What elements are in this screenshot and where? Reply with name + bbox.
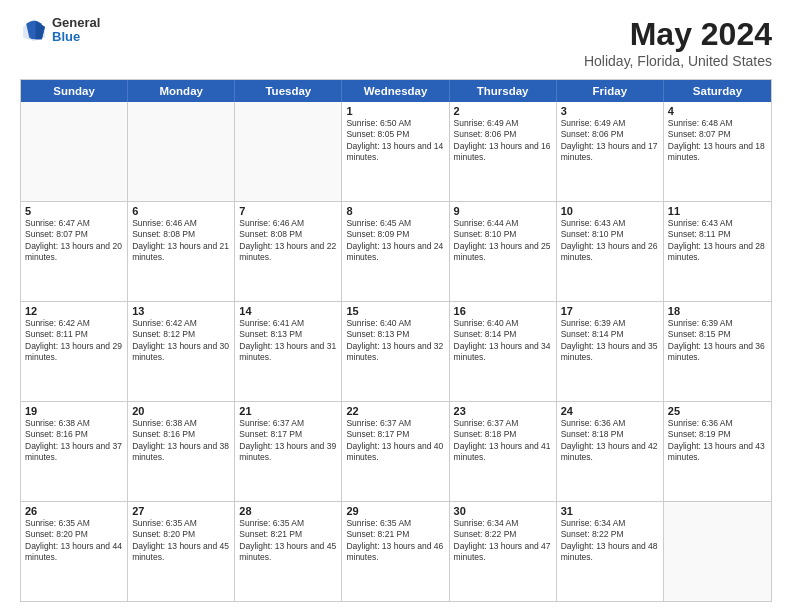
calendar-day-10: 10Sunrise: 6:43 AM Sunset: 8:10 PM Dayli… — [557, 202, 664, 301]
header-day-saturday: Saturday — [664, 80, 771, 102]
day-number: 31 — [561, 505, 659, 517]
header-day-thursday: Thursday — [450, 80, 557, 102]
calendar-day-18: 18Sunrise: 6:39 AM Sunset: 8:15 PM Dayli… — [664, 302, 771, 401]
day-info: Sunrise: 6:43 AM Sunset: 8:10 PM Dayligh… — [561, 218, 659, 264]
day-number: 1 — [346, 105, 444, 117]
day-info: Sunrise: 6:46 AM Sunset: 8:08 PM Dayligh… — [132, 218, 230, 264]
calendar-day-20: 20Sunrise: 6:38 AM Sunset: 8:16 PM Dayli… — [128, 402, 235, 501]
header-day-tuesday: Tuesday — [235, 80, 342, 102]
logo-icon — [20, 16, 48, 44]
calendar-day-4: 4Sunrise: 6:48 AM Sunset: 8:07 PM Daylig… — [664, 102, 771, 201]
page-subtitle: Holiday, Florida, United States — [584, 53, 772, 69]
logo-text: General Blue — [52, 16, 100, 45]
day-number: 21 — [239, 405, 337, 417]
calendar-row: 5Sunrise: 6:47 AM Sunset: 8:07 PM Daylig… — [21, 201, 771, 301]
day-info: Sunrise: 6:38 AM Sunset: 8:16 PM Dayligh… — [25, 418, 123, 464]
day-number: 9 — [454, 205, 552, 217]
calendar-day-30: 30Sunrise: 6:34 AM Sunset: 8:22 PM Dayli… — [450, 502, 557, 601]
calendar-day-28: 28Sunrise: 6:35 AM Sunset: 8:21 PM Dayli… — [235, 502, 342, 601]
day-info: Sunrise: 6:36 AM Sunset: 8:19 PM Dayligh… — [668, 418, 767, 464]
day-number: 15 — [346, 305, 444, 317]
day-info: Sunrise: 6:46 AM Sunset: 8:08 PM Dayligh… — [239, 218, 337, 264]
calendar-day-13: 13Sunrise: 6:42 AM Sunset: 8:12 PM Dayli… — [128, 302, 235, 401]
day-number: 20 — [132, 405, 230, 417]
header-day-monday: Monday — [128, 80, 235, 102]
calendar-day-7: 7Sunrise: 6:46 AM Sunset: 8:08 PM Daylig… — [235, 202, 342, 301]
day-number: 27 — [132, 505, 230, 517]
day-info: Sunrise: 6:37 AM Sunset: 8:18 PM Dayligh… — [454, 418, 552, 464]
day-info: Sunrise: 6:36 AM Sunset: 8:18 PM Dayligh… — [561, 418, 659, 464]
day-number: 24 — [561, 405, 659, 417]
calendar-day-12: 12Sunrise: 6:42 AM Sunset: 8:11 PM Dayli… — [21, 302, 128, 401]
day-number: 19 — [25, 405, 123, 417]
calendar-day-26: 26Sunrise: 6:35 AM Sunset: 8:20 PM Dayli… — [21, 502, 128, 601]
calendar-day-8: 8Sunrise: 6:45 AM Sunset: 8:09 PM Daylig… — [342, 202, 449, 301]
day-info: Sunrise: 6:41 AM Sunset: 8:13 PM Dayligh… — [239, 318, 337, 364]
logo-blue: Blue — [52, 30, 100, 44]
day-number: 13 — [132, 305, 230, 317]
calendar-day-9: 9Sunrise: 6:44 AM Sunset: 8:10 PM Daylig… — [450, 202, 557, 301]
day-info: Sunrise: 6:35 AM Sunset: 8:20 PM Dayligh… — [132, 518, 230, 564]
day-info: Sunrise: 6:42 AM Sunset: 8:11 PM Dayligh… — [25, 318, 123, 364]
logo: General Blue — [20, 16, 100, 45]
day-info: Sunrise: 6:50 AM Sunset: 8:05 PM Dayligh… — [346, 118, 444, 164]
day-info: Sunrise: 6:35 AM Sunset: 8:20 PM Dayligh… — [25, 518, 123, 564]
day-number: 11 — [668, 205, 767, 217]
calendar-day-empty — [235, 102, 342, 201]
day-number: 28 — [239, 505, 337, 517]
day-info: Sunrise: 6:44 AM Sunset: 8:10 PM Dayligh… — [454, 218, 552, 264]
title-block: May 2024 Holiday, Florida, United States — [584, 16, 772, 69]
day-number: 17 — [561, 305, 659, 317]
day-number: 4 — [668, 105, 767, 117]
day-number: 3 — [561, 105, 659, 117]
day-info: Sunrise: 6:35 AM Sunset: 8:21 PM Dayligh… — [239, 518, 337, 564]
day-number: 18 — [668, 305, 767, 317]
calendar-day-1: 1Sunrise: 6:50 AM Sunset: 8:05 PM Daylig… — [342, 102, 449, 201]
page-title: May 2024 — [584, 16, 772, 53]
day-number: 23 — [454, 405, 552, 417]
calendar-body: 1Sunrise: 6:50 AM Sunset: 8:05 PM Daylig… — [21, 102, 771, 601]
calendar-day-5: 5Sunrise: 6:47 AM Sunset: 8:07 PM Daylig… — [21, 202, 128, 301]
day-info: Sunrise: 6:40 AM Sunset: 8:14 PM Dayligh… — [454, 318, 552, 364]
day-number: 12 — [25, 305, 123, 317]
page: General Blue May 2024 Holiday, Florida, … — [0, 0, 792, 612]
calendar-day-3: 3Sunrise: 6:49 AM Sunset: 8:06 PM Daylig… — [557, 102, 664, 201]
calendar-day-2: 2Sunrise: 6:49 AM Sunset: 8:06 PM Daylig… — [450, 102, 557, 201]
calendar-day-15: 15Sunrise: 6:40 AM Sunset: 8:13 PM Dayli… — [342, 302, 449, 401]
calendar-day-empty — [664, 502, 771, 601]
header-day-friday: Friday — [557, 80, 664, 102]
calendar-day-25: 25Sunrise: 6:36 AM Sunset: 8:19 PM Dayli… — [664, 402, 771, 501]
calendar-day-empty — [21, 102, 128, 201]
logo-general: General — [52, 16, 100, 30]
day-number: 6 — [132, 205, 230, 217]
calendar-day-24: 24Sunrise: 6:36 AM Sunset: 8:18 PM Dayli… — [557, 402, 664, 501]
day-info: Sunrise: 6:39 AM Sunset: 8:15 PM Dayligh… — [668, 318, 767, 364]
day-info: Sunrise: 6:34 AM Sunset: 8:22 PM Dayligh… — [454, 518, 552, 564]
calendar-day-empty — [128, 102, 235, 201]
header: General Blue May 2024 Holiday, Florida, … — [20, 16, 772, 69]
calendar-header: SundayMondayTuesdayWednesdayThursdayFrid… — [21, 80, 771, 102]
day-number: 29 — [346, 505, 444, 517]
calendar-day-23: 23Sunrise: 6:37 AM Sunset: 8:18 PM Dayli… — [450, 402, 557, 501]
day-info: Sunrise: 6:48 AM Sunset: 8:07 PM Dayligh… — [668, 118, 767, 164]
day-info: Sunrise: 6:37 AM Sunset: 8:17 PM Dayligh… — [239, 418, 337, 464]
day-number: 16 — [454, 305, 552, 317]
header-day-sunday: Sunday — [21, 80, 128, 102]
calendar-row: 12Sunrise: 6:42 AM Sunset: 8:11 PM Dayli… — [21, 301, 771, 401]
day-info: Sunrise: 6:39 AM Sunset: 8:14 PM Dayligh… — [561, 318, 659, 364]
day-number: 8 — [346, 205, 444, 217]
day-number: 26 — [25, 505, 123, 517]
calendar-day-27: 27Sunrise: 6:35 AM Sunset: 8:20 PM Dayli… — [128, 502, 235, 601]
day-info: Sunrise: 6:47 AM Sunset: 8:07 PM Dayligh… — [25, 218, 123, 264]
calendar-day-22: 22Sunrise: 6:37 AM Sunset: 8:17 PM Dayli… — [342, 402, 449, 501]
day-info: Sunrise: 6:49 AM Sunset: 8:06 PM Dayligh… — [454, 118, 552, 164]
day-info: Sunrise: 6:37 AM Sunset: 8:17 PM Dayligh… — [346, 418, 444, 464]
calendar-day-11: 11Sunrise: 6:43 AM Sunset: 8:11 PM Dayli… — [664, 202, 771, 301]
day-info: Sunrise: 6:49 AM Sunset: 8:06 PM Dayligh… — [561, 118, 659, 164]
day-info: Sunrise: 6:42 AM Sunset: 8:12 PM Dayligh… — [132, 318, 230, 364]
day-number: 25 — [668, 405, 767, 417]
day-info: Sunrise: 6:43 AM Sunset: 8:11 PM Dayligh… — [668, 218, 767, 264]
calendar-row: 19Sunrise: 6:38 AM Sunset: 8:16 PM Dayli… — [21, 401, 771, 501]
day-info: Sunrise: 6:38 AM Sunset: 8:16 PM Dayligh… — [132, 418, 230, 464]
day-number: 30 — [454, 505, 552, 517]
